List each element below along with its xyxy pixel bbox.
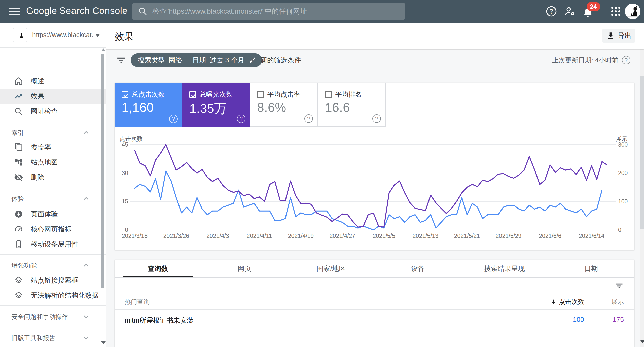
table-header: 热门查询 点击次数 展示 (115, 293, 634, 310)
help-circle-icon[interactable]: ? (237, 115, 245, 123)
scroll-down-arrow[interactable] (101, 341, 106, 344)
axis-tick-label: 2021/4/19 (288, 233, 314, 239)
last-updated: 上次更新日期: 4小时前 ? (552, 53, 630, 67)
sidebar-item-sitelinks-searchbox[interactable]: 站点链接搜索框 (0, 273, 106, 288)
axis-tick-label: 2021/4/3 (206, 233, 229, 239)
metric-value: 1.35万 (189, 100, 227, 117)
metric-tile-average-ctr[interactable]: 平均点击率 8.6% ? (250, 83, 318, 127)
axis-tick-label: 100 (618, 198, 628, 205)
plus-icon (248, 56, 257, 64)
notification-count-badge[interactable]: 24 (587, 2, 600, 11)
sidebar-section-index[interactable]: 索引 (0, 126, 106, 140)
column-header-clicks[interactable]: 点击次数 (550, 298, 584, 306)
chevron-down-icon (82, 313, 90, 321)
sidebar-item-page-experience[interactable]: 页面体验 (0, 206, 106, 222)
property-url: https://www.blackcat.monste... (32, 31, 93, 39)
search-icon (14, 107, 23, 116)
table-filter-icon[interactable] (614, 281, 624, 291)
axis-tick-label: 2021/5/29 (496, 233, 521, 239)
sidebar-item-overview[interactable]: 概述 (0, 74, 106, 89)
column-header-impressions[interactable]: 展示 (611, 298, 624, 306)
sidebar-item-core-web-vitals[interactable]: 核心网页指标 (0, 222, 106, 237)
metric-tile-total-clicks[interactable]: 总点击次数 1,160 ? (115, 83, 182, 127)
sidebar-item-unparsable-structured-data[interactable]: 无法解析的结构化数据 (0, 288, 106, 303)
help-circle-icon[interactable]: ? (622, 56, 630, 64)
export-button[interactable]: 导出 (602, 29, 635, 43)
series-right (135, 145, 607, 227)
property-selector[interactable]: https://www.blackcat.monste... (0, 23, 106, 47)
help-circle-icon[interactable]: ? (169, 115, 178, 123)
sidebar-section-experience[interactable]: 体验 (0, 192, 106, 206)
chevron-down-icon (82, 334, 90, 342)
tab-pages[interactable]: 网页 (201, 260, 288, 277)
axis-tick-label: 2021/5/5 (373, 233, 395, 239)
speedometer-icon (14, 225, 23, 234)
performance-line-chart[interactable]: 453003020015100002021/3/182021/3/262021/… (115, 131, 634, 247)
sidebar-section-legacy-tools[interactable]: 旧版工具和报告 (0, 331, 106, 345)
sidebar-scrollbar[interactable] (101, 48, 104, 347)
tab-queries[interactable]: 查询数 (115, 260, 201, 277)
help-circle-icon[interactable]: ? (372, 114, 381, 123)
filter-icon[interactable] (116, 55, 126, 65)
page-header: 效果 导出 (106, 23, 644, 49)
series-left (135, 171, 602, 230)
help-icon[interactable]: ? (545, 5, 557, 17)
trending-up-icon (14, 92, 23, 101)
sidebar-item-sitemaps[interactable]: 站点地图 (0, 155, 106, 170)
user-settings-icon[interactable] (564, 5, 576, 17)
sidebar-section-enhancements[interactable]: 增强功能 (0, 258, 106, 272)
dimension-tabs: 查询数 网页 国家/地区 设备 搜索结果呈现 日期 (115, 260, 634, 278)
chevron-up-icon (82, 129, 90, 137)
clicks-cell: 100 (573, 316, 584, 324)
svg-text:?: ? (550, 8, 553, 15)
performance-card: 总点击次数 1,160 ? 总曝光次数 1.35万 ? 平均点击率 8.6% ?… (115, 83, 634, 250)
column-header-query[interactable]: 热门查询 (125, 298, 150, 306)
search-input[interactable] (152, 7, 405, 15)
axis-tick-label: 2021/3/26 (163, 233, 189, 239)
metric-value: 1,160 (122, 100, 154, 115)
logo-search-console: Search Console (59, 6, 127, 16)
url-inspect-search-box[interactable] (132, 3, 405, 20)
page-scrollbar-thumb[interactable] (640, 76, 644, 229)
new-filter-button[interactable]: 新的筛选条件 (248, 53, 301, 67)
tab-search-appearance[interactable]: 搜索结果呈现 (461, 260, 548, 277)
metric-value: 16.6 (325, 100, 350, 115)
sidebar-item-performance[interactable]: 效果 (0, 89, 106, 104)
tab-devices[interactable]: 设备 (375, 260, 461, 277)
tab-dates[interactable]: 日期 (548, 260, 634, 277)
table-row[interactable]: mitm所需根证书未安装100175 (115, 310, 634, 329)
eye-off-icon (14, 173, 23, 182)
google-apps-grid-icon[interactable] (610, 5, 622, 17)
checkbox-unchecked[interactable] (325, 91, 332, 98)
help-circle-icon[interactable]: ? (304, 114, 313, 123)
account-avatar[interactable] (625, 4, 640, 19)
pages-icon (14, 143, 23, 152)
axis-tick-label: 2021/3/18 (122, 233, 148, 239)
checkbox-checked[interactable] (189, 91, 196, 98)
page-scroll-down-arrow[interactable] (640, 340, 644, 343)
chevron-up-icon (82, 261, 90, 269)
top-bar: GoogleSearch Console ? 24 (0, 0, 644, 23)
sidebar-section-security-manual-actions[interactable]: 安全问题和手动操作 (0, 309, 106, 324)
axis-tick-label: 0 (618, 227, 621, 233)
page-scrollbar[interactable] (640, 23, 644, 347)
metric-tile-average-position[interactable]: 平均排名 16.6 ? (318, 83, 386, 127)
sidebar-item-url-inspection[interactable]: 网址检查 (0, 104, 106, 119)
axis-tick-label: 200 (618, 170, 628, 176)
scroll-up-arrow[interactable] (101, 48, 106, 51)
axis-tick-label: 2021/4/11 (247, 233, 272, 239)
sidebar-item-mobile-usability[interactable]: 移动设备易用性 (0, 237, 106, 252)
app-logo[interactable]: GoogleSearch Console (26, 6, 128, 16)
axis-tick-label: 2021/6/14 (579, 233, 605, 239)
checkbox-unchecked[interactable] (257, 91, 264, 98)
dimensions-table-card: 查询数 网页 国家/地区 设备 搜索结果呈现 日期 热门查询 点击次数 展示 m… (115, 260, 634, 347)
metric-tile-total-impressions[interactable]: 总曝光次数 1.35万 ? (182, 83, 250, 127)
tab-countries[interactable]: 国家/地区 (288, 260, 374, 277)
hamburger-menu-icon[interactable] (9, 7, 20, 16)
sidebar-item-removals[interactable]: 删除 (0, 170, 106, 185)
axis-tick-label: 30 (122, 170, 128, 176)
sidebar-scrollbar-thumb[interactable] (101, 54, 104, 288)
sitemap-icon (14, 158, 23, 167)
checkbox-checked[interactable] (122, 91, 128, 98)
sidebar-item-coverage[interactable]: 覆盖率 (0, 140, 106, 155)
